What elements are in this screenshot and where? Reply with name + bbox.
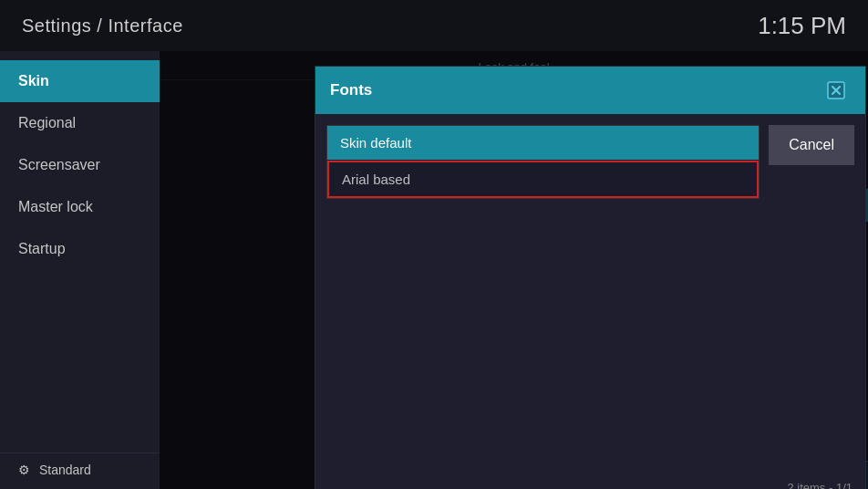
header: Settings / Interface 1:15 PM — [0, 0, 868, 51]
gear-icon: ⚙ — [18, 463, 30, 477]
dialog-body: Skin default Arial based Cancel — [315, 114, 865, 210]
dialog-close-button[interactable] — [822, 76, 851, 105]
standard-text: Standard — [39, 463, 91, 477]
sidebar-item-screensaver[interactable]: Screensaver — [0, 144, 160, 186]
dialog-footer: 2 items - 1/1 — [315, 210, 865, 489]
items-count: 2 items - 1/1 — [328, 481, 852, 489]
content-area: Look and feel Estuary Skin default Skin … — [160, 51, 868, 489]
fonts-dialog: Fonts Skin default Arial based — [315, 66, 866, 489]
sidebar-item-skin[interactable]: Skin — [0, 60, 160, 102]
page-title: Settings / Interface — [22, 16, 183, 36]
sidebar: Skin Regional Screensaver Master lock St… — [0, 51, 160, 489]
sidebar-item-master-lock[interactable]: Master lock — [0, 186, 160, 228]
sidebar-item-startup[interactable]: Startup — [0, 228, 160, 270]
font-item-arial-based[interactable]: Arial based — [327, 161, 759, 198]
sidebar-item-label: Master lock — [18, 199, 93, 215]
main-layout: Skin Regional Screensaver Master lock St… — [0, 51, 868, 489]
cancel-button[interactable]: Cancel — [769, 125, 854, 165]
clock: 1:15 PM — [758, 12, 846, 40]
dialog-header: Fonts — [315, 67, 865, 114]
dialog-title: Fonts — [330, 81, 372, 99]
standard-label[interactable]: ⚙ Standard — [0, 453, 160, 486]
sidebar-item-label: Screensaver — [18, 157, 100, 173]
sidebar-item-label: Regional — [18, 115, 76, 131]
font-item-skin-default[interactable]: Skin default — [327, 126, 759, 161]
font-list: Skin default Arial based — [326, 125, 760, 199]
sidebar-item-label: Startup — [18, 241, 66, 257]
sidebar-item-regional[interactable]: Regional — [0, 102, 160, 144]
sidebar-item-label: Skin — [18, 73, 49, 89]
close-icon — [825, 79, 847, 101]
